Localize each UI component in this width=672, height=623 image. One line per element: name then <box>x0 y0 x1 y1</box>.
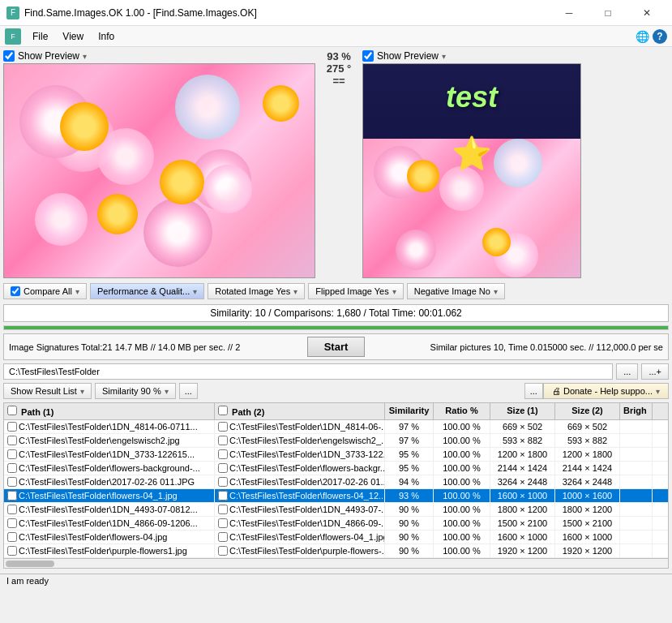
row-checkbox-1[interactable] <box>7 436 17 445</box>
td-size1: 3264 × 2448 <box>490 475 555 488</box>
td-size1: 1500 × 2100 <box>490 517 555 530</box>
status-bottom: I am ready <box>0 574 672 587</box>
left-preview-checkbox[interactable] <box>3 50 15 62</box>
table-row[interactable]: C:\TestFiles\TestFolder\1DN_4814-06-0711… <box>4 420 668 434</box>
horizontal-scrollbar[interactable] <box>4 558 668 568</box>
row-checkbox-2[interactable] <box>218 463 228 473</box>
td-size2: 1000 × 1600 <box>555 489 620 502</box>
table-container: Path (1) Path (2) Similarity Ratio % Siz… <box>3 402 669 569</box>
right-preview-image: test ⭐ <box>362 63 581 278</box>
table-row[interactable]: C:\TestFiles\TestFolder\1DN_4493-07-0812… <box>4 503 668 517</box>
td-size2: 1200 × 1800 <box>555 448 620 461</box>
left-preview-dropdown[interactable]: ▾ <box>83 52 87 61</box>
ellipsis-btn-1[interactable]: ... <box>179 383 198 399</box>
td-brigh <box>620 462 653 475</box>
row-checkbox-2[interactable] <box>218 436 228 445</box>
compare-all-checkbox[interactable] <box>11 286 20 296</box>
row-checkbox-1[interactable] <box>7 505 17 514</box>
rotated-button[interactable]: Rotated Image Yes ▾ <box>208 283 305 299</box>
row-checkbox-1[interactable] <box>7 449 17 459</box>
td-size1: 669 × 502 <box>490 420 555 433</box>
path-input[interactable] <box>3 363 613 380</box>
th-size2[interactable]: Size (2) <box>555 403 620 419</box>
flipped-button[interactable]: Flipped Image Yes ▾ <box>308 283 404 299</box>
left-preview-header: Show Preview ▾ <box>3 50 315 62</box>
td-size2: 3264 × 2448 <box>555 475 620 488</box>
row-checkbox-2[interactable] <box>218 532 228 542</box>
show-result-button[interactable]: Show Result List ▾ <box>3 383 92 399</box>
th-similarity[interactable]: Similarity <box>385 403 434 419</box>
titlebar-title: Find.Same.Images.OK 1.00 - [Find.Same.Im… <box>24 7 257 19</box>
td-size1: 1600 × 1000 <box>490 531 555 544</box>
star-emoji: ⭐ <box>452 135 492 173</box>
row-checkbox-2[interactable] <box>218 449 228 459</box>
progress-bar-container <box>3 325 669 330</box>
minimize-button[interactable]: ─ <box>550 0 588 26</box>
ellipsis-btn-2[interactable]: ... <box>524 383 543 399</box>
td-brigh <box>620 531 653 544</box>
table-row[interactable]: C:\TestFiles\TestFolder\flowers-04.jpg C… <box>4 531 668 544</box>
info-bar: Image Signatures Total:21 14.7 MB // 14.… <box>3 333 669 360</box>
row-checkbox-2[interactable] <box>218 491 228 501</box>
start-button[interactable]: Start <box>307 337 366 357</box>
close-button[interactable]: ✕ <box>628 0 666 26</box>
right-preview-dropdown[interactable]: ▾ <box>442 52 446 61</box>
row-checkbox-2[interactable] <box>218 505 228 514</box>
td-size1: 1920 × 1200 <box>490 544 555 557</box>
path-plus-button[interactable]: ...+ <box>641 363 669 380</box>
row-checkbox-1[interactable] <box>7 518 17 528</box>
table-row[interactable]: C:\TestFiles\TestFolder\purple-flowers1.… <box>4 544 668 558</box>
row-checkbox-1[interactable] <box>7 491 17 501</box>
table-row[interactable]: C:\TestFiles\TestFolder\1DN_3733-122615.… <box>4 448 668 462</box>
menu-view[interactable]: View <box>56 28 90 45</box>
negative-button[interactable]: Negative Image No ▾ <box>407 283 505 299</box>
donate-button[interactable]: 🖨 Donate - Help suppo... ▾ <box>543 383 669 399</box>
th-path2[interactable]: Path (2) <box>215 403 385 419</box>
row-checkbox-2[interactable] <box>218 546 228 556</box>
th-size1[interactable]: Size (1) <box>490 403 555 419</box>
flipped-arrow: ▾ <box>392 287 396 296</box>
th-brigh[interactable]: Brigh <box>620 403 653 419</box>
td-brigh <box>620 517 653 530</box>
compare-all-arrow: ▾ <box>75 287 79 296</box>
td-path2: C:\TestFiles\TestFolder\1DN_4493-07-... <box>215 503 385 516</box>
row-checkbox-1[interactable] <box>7 546 17 556</box>
similarity-button[interactable]: Similarity 90 % ▾ <box>95 383 176 399</box>
donate-arrow: ▾ <box>656 387 660 396</box>
compare-all-button[interactable]: Compare All ▾ <box>3 283 87 299</box>
th-checkbox2[interactable] <box>218 406 228 415</box>
controls-flex: Show Result List ▾ Similarity 90 % ▾ ... <box>3 383 521 399</box>
performance-button[interactable]: Performance & Qualit... ▾ <box>90 283 204 299</box>
td-similarity: 94 % <box>385 475 434 488</box>
row-checkbox-1[interactable] <box>7 463 17 473</box>
path-dots-button[interactable]: ... <box>616 363 638 380</box>
td-brigh <box>620 420 653 433</box>
table-row[interactable]: C:\TestFiles\TestFolder\flowers-backgrou… <box>4 462 668 475</box>
table-row[interactable]: C:\TestFiles\TestFolder\2017-02-26 011.J… <box>4 475 668 489</box>
right-preview-header: Show Preview ▾ <box>362 50 669 62</box>
table-row[interactable]: C:\TestFiles\TestFolder\1DN_4866-09-1206… <box>4 517 668 531</box>
row-checkbox-1[interactable] <box>7 532 17 542</box>
td-brigh <box>620 544 653 557</box>
preview-section: Show Preview ▾ <box>3 50 669 278</box>
td-similarity: 95 % <box>385 448 434 461</box>
row-checkbox-2[interactable] <box>218 477 228 487</box>
td-path1: C:\TestFiles\TestFolder\flowers-04_1.jpg <box>4 489 215 502</box>
table-row[interactable]: C:\TestFiles\TestFolder\flowers-04_1.jpg… <box>4 489 668 503</box>
row-checkbox-1[interactable] <box>7 477 17 487</box>
th-ratio[interactable]: Ratio % <box>434 403 490 419</box>
row-checkbox-2[interactable] <box>218 518 228 528</box>
row-checkbox-2[interactable] <box>218 422 228 432</box>
th-path1[interactable]: Path (1) <box>4 403 215 419</box>
menu-file[interactable]: File <box>26 28 54 45</box>
status-text: Similarity: 10 / Comparisons: 1,680 / To… <box>210 307 462 319</box>
td-path2: C:\TestFiles\TestFolder\1DN_3733-122... <box>215 448 385 461</box>
th-checkbox1[interactable] <box>7 406 17 415</box>
row-checkbox-1[interactable] <box>7 422 17 432</box>
td-size2: 669 × 502 <box>555 420 620 433</box>
scrollbar-thumb[interactable] <box>6 561 54 567</box>
maximize-button[interactable]: □ <box>589 0 627 26</box>
menu-info[interactable]: Info <box>92 28 121 45</box>
table-row[interactable]: C:\TestFiles\TestFolder\engelswisch2.jpg… <box>4 434 668 448</box>
right-preview-checkbox[interactable] <box>362 50 374 62</box>
